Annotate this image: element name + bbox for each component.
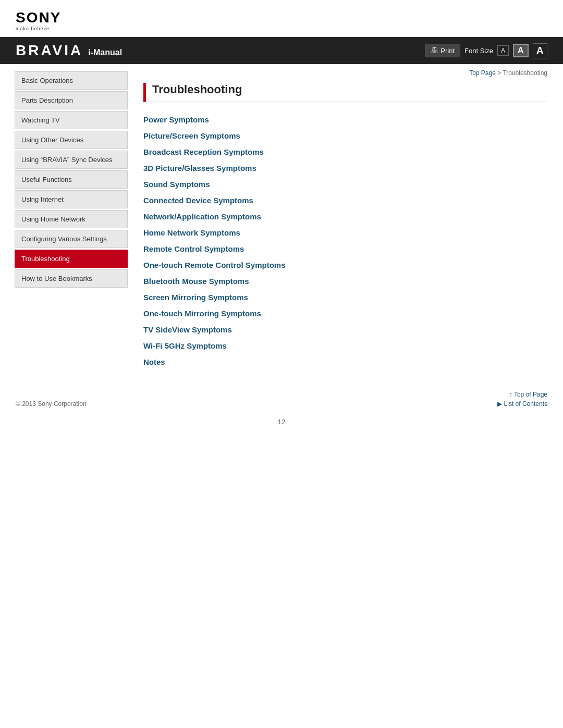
main-layout: Basic OperationsParts DescriptionWatchin… bbox=[0, 64, 563, 380]
sidebar-item-configuring-various[interactable]: Configuring Various Settings bbox=[15, 230, 128, 248]
print-icon: 🖶 bbox=[431, 46, 438, 55]
link-wifi-5ghz[interactable]: Wi-Fi 5GHz Symptoms bbox=[143, 338, 547, 354]
link-3d-picture-glasses[interactable]: 3D Picture/Glasses Symptoms bbox=[143, 160, 547, 176]
top-bar: BRAVIA i-Manual 🖶 Print Font Size A A A bbox=[0, 37, 563, 64]
page-number: 12 bbox=[0, 413, 563, 431]
page-title-section: Troubleshooting bbox=[143, 83, 547, 102]
sidebar-item-watching-tv[interactable]: Watching TV bbox=[15, 111, 128, 129]
breadcrumb-separator: > bbox=[497, 69, 503, 77]
top-of-page-link[interactable]: ↑ Top of Page bbox=[509, 391, 547, 398]
sony-wordmark: SONY bbox=[16, 9, 61, 26]
links-list: Power SymptomsPicture/Screen SymptomsBro… bbox=[143, 106, 547, 370]
imanual-label: i-Manual bbox=[88, 48, 122, 57]
breadcrumb-top-page[interactable]: Top Page bbox=[469, 69, 496, 77]
link-broadcast-reception[interactable]: Broadcast Reception Symptoms bbox=[143, 144, 547, 160]
print-button[interactable]: 🖶 Print bbox=[425, 44, 460, 57]
sidebar-item-using-bravia-sync[interactable]: Using “BRAVIA” Sync Devices bbox=[15, 151, 128, 169]
print-label: Print bbox=[440, 47, 455, 55]
bravia-title: BRAVIA i-Manual bbox=[16, 42, 122, 59]
font-medium-button[interactable]: A bbox=[513, 44, 529, 57]
sidebar: Basic OperationsParts DescriptionWatchin… bbox=[0, 64, 128, 380]
sidebar-item-using-other-devices[interactable]: Using Other Devices bbox=[15, 131, 128, 149]
footer-right: ↑ Top of Page ▶ List of Contents bbox=[497, 391, 547, 408]
sidebar-item-troubleshooting[interactable]: Troubleshooting bbox=[15, 250, 128, 268]
link-screen-mirroring[interactable]: Screen Mirroring Symptoms bbox=[143, 289, 547, 305]
footer: © 2013 Sony Corporation ↑ Top of Page ▶ … bbox=[0, 380, 563, 413]
toolbar-right: 🖶 Print Font Size A A A bbox=[425, 43, 547, 58]
link-one-touch-mirroring[interactable]: One-touch Mirroring Symptoms bbox=[143, 305, 547, 322]
copyright: © 2013 Sony Corporation bbox=[16, 400, 87, 408]
link-notes[interactable]: Notes bbox=[143, 354, 547, 370]
link-sound-symptoms[interactable]: Sound Symptoms bbox=[143, 176, 547, 192]
link-network-application[interactable]: Network/Application Symptoms bbox=[143, 208, 547, 225]
page-title: Troubleshooting bbox=[152, 83, 547, 96]
breadcrumb-current: Troubleshooting bbox=[503, 69, 547, 77]
sidebar-item-parts-description[interactable]: Parts Description bbox=[15, 91, 128, 109]
sidebar-item-how-to-use-bookmarks[interactable]: How to Use Bookmarks bbox=[15, 269, 128, 288]
link-connected-device[interactable]: Connected Device Symptoms bbox=[143, 192, 547, 208]
sidebar-item-using-internet[interactable]: Using Internet bbox=[15, 190, 128, 208]
font-size-label: Font Size bbox=[464, 47, 493, 55]
sidebar-item-using-home-network[interactable]: Using Home Network bbox=[15, 210, 128, 228]
logo-area: SONY make.believe bbox=[0, 0, 563, 37]
list-of-contents-link[interactable]: ▶ List of Contents bbox=[497, 400, 547, 408]
sidebar-item-basic-operations[interactable]: Basic Operations bbox=[15, 71, 128, 90]
font-small-button[interactable]: A bbox=[497, 45, 509, 56]
bravia-brand: BRAVIA bbox=[16, 42, 83, 59]
breadcrumb: Top Page > Troubleshooting bbox=[143, 69, 547, 78]
link-tv-sideview[interactable]: TV SideView Symptoms bbox=[143, 322, 547, 338]
sidebar-item-useful-functions[interactable]: Useful Functions bbox=[15, 170, 128, 189]
link-home-network[interactable]: Home Network Symptoms bbox=[143, 225, 547, 241]
sony-tagline: make.believe bbox=[16, 26, 50, 31]
sony-logo: SONY make.believe bbox=[16, 9, 547, 31]
font-large-button[interactable]: A bbox=[533, 43, 547, 58]
link-picture-screen-symptoms[interactable]: Picture/Screen Symptoms bbox=[143, 128, 547, 144]
link-remote-control[interactable]: Remote Control Symptoms bbox=[143, 241, 547, 257]
content-area: Top Page > Troubleshooting Troubleshooti… bbox=[128, 64, 563, 380]
link-power-symptoms[interactable]: Power Symptoms bbox=[143, 112, 547, 128]
link-one-touch-remote[interactable]: One-touch Remote Control Symptoms bbox=[143, 257, 547, 273]
link-bluetooth-mouse[interactable]: Bluetooth Mouse Symptoms bbox=[143, 273, 547, 289]
